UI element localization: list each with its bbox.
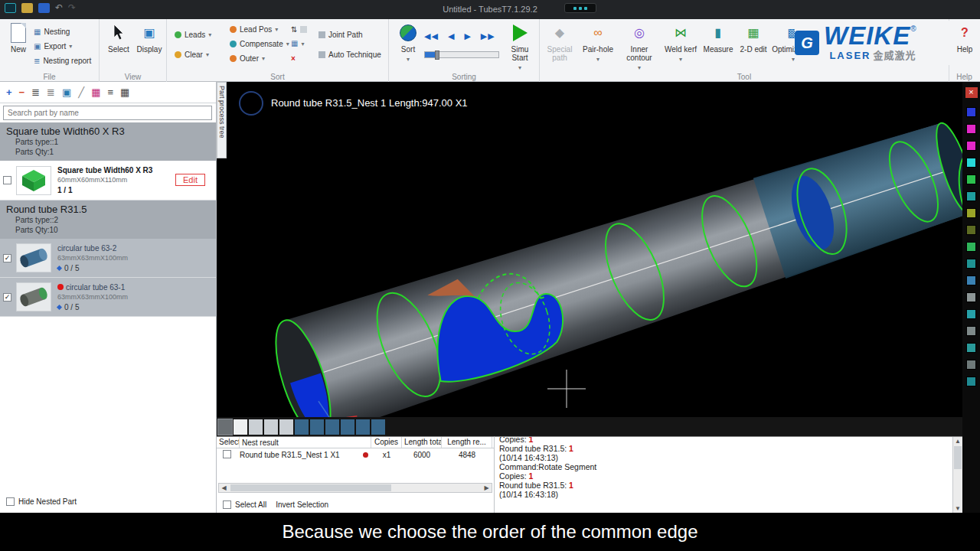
filmstrip-thumb[interactable] [249,419,263,435]
palette-color[interactable] [966,124,976,134]
palette-color[interactable] [966,225,976,235]
special-path-button[interactable]: ◆ Special path [541,22,578,62]
leads-button[interactable]: Leads ▾ [175,31,211,39]
lead-pos-button[interactable]: Lead Pos ▾ [230,25,278,34]
part-group-header[interactable]: Round tube R31.5 Parts type::2 Parts Qty… [0,201,216,239]
step-forward-icon[interactable]: ▶ [464,31,471,41]
scroll-left-icon[interactable]: ◀ [219,484,229,491]
palette-color[interactable] [966,174,976,184]
palette-color[interactable] [966,208,976,218]
select-all-checkbox[interactable] [223,500,231,509]
filmstrip-thumb[interactable] [371,419,385,435]
filmstrip-thumb[interactable] [264,419,278,435]
hide-nested-toggle[interactable]: Hide Nested Part [6,497,77,506]
list-view-icon[interactable]: ≡ [107,87,113,98]
edit-button[interactable]: Edit [175,174,205,186]
palette-color[interactable] [966,343,976,353]
pair-hole-button[interactable]: ∞ Pair-hole ▾ [580,22,616,64]
filmstrip-thumb[interactable] [325,419,339,435]
rewind-icon[interactable]: ◀◀ [424,31,439,41]
horizontal-scrollbar[interactable]: ◀ ▶ [218,483,492,493]
hide-nested-checkbox[interactable] [6,497,15,506]
clear-button[interactable]: Clear ▾ [175,51,209,59]
part-checkbox[interactable]: ✓ [3,254,11,262]
filmstrip-thumb[interactable] [341,419,354,435]
slider-thumb[interactable] [435,51,439,60]
compensate-button[interactable]: Compensate ▾ [230,40,289,48]
nesting-report-button[interactable]: ≣ Nesting report [34,57,91,65]
part-list-item[interactable]: ✓ circular tube 63-2 63mmX63mmX100mm 0 /… [0,239,216,278]
palette-color[interactable] [966,259,976,269]
tube-3d-view[interactable] [227,82,962,417]
grid-view-icon[interactable]: ▦ [120,87,129,98]
export-button[interactable]: ▣ Export ▾ [34,42,72,51]
filmstrip-thumb[interactable] [295,419,309,435]
outer-button[interactable]: Outer ▾ [230,54,265,63]
scroll-thumb[interactable] [954,446,962,469]
help-button[interactable]: ? Help [952,22,977,54]
remove-part-icon[interactable]: − [19,87,25,98]
chevron-down-icon: ▾ [69,43,72,50]
scroll-up-icon[interactable]: ▲ [953,438,962,445]
copy-part-icon[interactable]: ▣ [62,87,71,98]
palette-color[interactable] [966,309,976,319]
filmstrip-thumb[interactable] [234,419,247,435]
part-list-item[interactable]: Square tube Width60 X R3 60mmX60mmX110mm… [0,161,216,201]
palette-color[interactable] [966,141,976,151]
sort-order-button[interactable]: ⇅ [291,25,307,34]
add-part-icon[interactable]: + [6,87,12,98]
part-group-header[interactable]: Square tube Width60 X R3 Parts type::1 P… [0,122,216,161]
ungroup-list-icon[interactable]: ≣ [47,87,55,98]
select-all-toggle[interactable]: Select All [223,500,266,509]
measure-button[interactable]: ▮ Measure [701,22,736,54]
new-button[interactable]: New [6,22,31,54]
joint-path-button[interactable]: Joint Path [318,31,362,39]
scroll-right-icon[interactable]: ▶ [482,484,492,491]
row-checkbox[interactable] [223,450,231,458]
filmstrip-thumb[interactable] [218,419,232,435]
step-back-icon[interactable]: ◀ [448,31,455,41]
palette-color[interactable] [966,107,976,117]
sort-grid-button[interactable]: ▦ ▾ [291,40,304,47]
nesting-button[interactable]: ▦ Nesting [34,28,70,36]
part-checkbox[interactable]: ✓ [3,293,11,302]
draw-part-icon[interactable]: ╱ [78,87,84,98]
color-grid-icon[interactable]: ▦ [91,87,100,98]
filmstrip-thumb[interactable] [279,419,293,435]
palette-color[interactable] [966,242,976,252]
invert-selection-button[interactable]: Invert Selection [276,500,328,509]
simu-start-button[interactable]: Simu Start ▾ [502,22,537,72]
close-icon[interactable]: × [965,87,978,98]
part-list-item[interactable]: ✓ circular tube 63-1 63mmX63mmX100mm 0 /… [0,278,216,317]
palette-color[interactable] [966,292,976,302]
palette-color[interactable] [966,276,976,285]
nest-table-row[interactable]: Round tube R31.5_Nest 1 X1 x1 6000 4848 [217,448,494,461]
inner-contour-button[interactable]: ◎ Inner contour ▾ [618,22,661,72]
ribbon-group-sorting: Sort ▾ ◀◀ ◀ ▶ ▶▶ Simu Start ▾ Sorting [389,19,540,82]
palette-color[interactable] [966,326,976,336]
fast-forward-icon[interactable]: ▶▶ [481,31,495,41]
search-input[interactable] [3,106,212,120]
delete-sort-button[interactable]: × [291,54,296,63]
vertical-scrollbar[interactable]: ▲ ▼ [952,437,962,513]
device-status-widget[interactable] [564,3,596,13]
edit-2d-button[interactable]: ▦ 2-D edit [737,22,769,54]
select-button[interactable]: Select [104,22,133,54]
weld-kerf-button[interactable]: ⋈ Weld kerf ▾ [662,22,699,64]
group-list-icon[interactable]: ≣ [31,87,40,98]
auto-technique-button[interactable]: Auto Technique [318,51,381,59]
tab-part-process-tree[interactable]: Part process tree [217,82,227,158]
palette-color[interactable] [966,360,976,370]
part-checkbox[interactable] [3,176,11,184]
filmstrip-thumb[interactable] [356,419,370,435]
viewport-3d[interactable]: Round tube R31.5_Nest 1 Length:947.00 X1 [227,82,962,417]
scroll-thumb[interactable] [230,484,391,491]
sort-button[interactable]: Sort ▾ [394,22,422,64]
simulation-slider[interactable] [424,51,499,58]
filmstrip-thumb[interactable] [310,419,324,435]
display-button[interactable]: ▣ Display [135,22,164,54]
scroll-down-icon[interactable]: ▼ [953,505,962,512]
palette-color[interactable] [966,158,976,168]
palette-color[interactable] [966,191,976,201]
palette-color[interactable] [966,377,976,386]
